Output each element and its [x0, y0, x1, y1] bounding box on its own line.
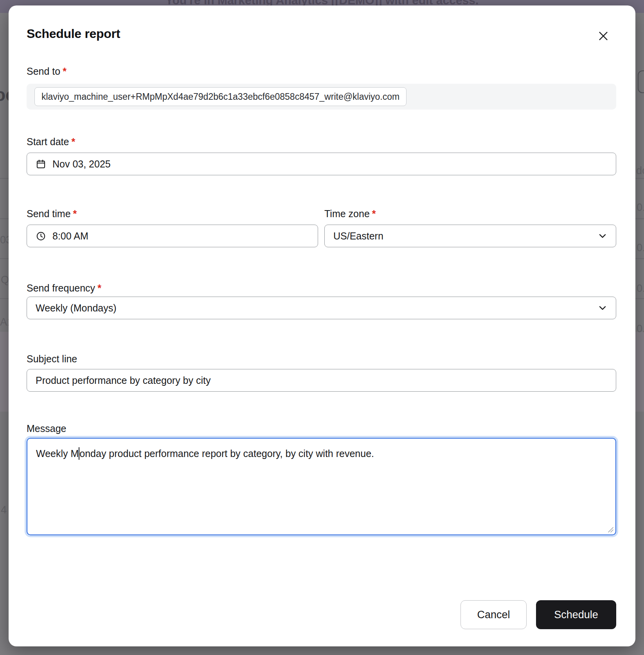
start-date-input[interactable]: Nov 03, 2025	[27, 153, 616, 175]
clock-icon	[36, 231, 46, 241]
bg-fragment: 0.0	[637, 242, 644, 254]
required-asterisk: *	[97, 283, 101, 293]
bg-fragment: 0.0	[637, 283, 644, 295]
time-zone-select[interactable]: US/Eastern	[324, 225, 616, 247]
send-frequency-value: Weekly (Mondays)	[36, 302, 117, 314]
schedule-report-modal: Schedule report Send to* klaviyo_machine…	[9, 5, 635, 646]
send-to-input[interactable]: klaviyo_machine_user+RMpMpXd4ae79d2b6c1a…	[27, 84, 616, 110]
message-text-before-caret: Weekly M	[36, 448, 79, 459]
start-date-value: Nov 03, 2025	[52, 158, 111, 170]
message-label: Message	[27, 423, 66, 435]
subject-line-input[interactable]	[27, 369, 616, 392]
send-time-input[interactable]: 8:00 AM	[27, 225, 318, 247]
resize-handle[interactable]	[607, 526, 614, 533]
send-frequency-select[interactable]: Weekly (Mondays)	[27, 297, 616, 319]
close-icon	[597, 30, 610, 42]
bg-fragment: 0.0	[637, 202, 644, 214]
send-time-value: 8:00 AM	[52, 230, 88, 242]
time-zone-label: Time zone*	[324, 208, 376, 220]
required-asterisk: *	[63, 66, 67, 77]
send-time-label: Send time*	[27, 208, 77, 220]
close-button[interactable]	[594, 27, 613, 45]
message-text-after-caret: onday product performance report by cate…	[79, 448, 374, 459]
start-date-label: Start date*	[27, 136, 75, 148]
schedule-button[interactable]: Schedule	[536, 600, 616, 629]
time-zone-value: US/Eastern	[333, 230, 383, 242]
subject-line-label: Subject line	[27, 353, 77, 365]
message-textarea[interactable]: Weekly Monday product performance report…	[27, 438, 616, 535]
chevron-down-icon	[597, 302, 608, 313]
required-asterisk: *	[372, 208, 376, 219]
send-frequency-label: Send frequency*	[27, 283, 101, 294]
bg-fragment: 0.0	[637, 323, 644, 335]
send-to-label: Send to*	[27, 66, 67, 77]
cancel-button[interactable]: Cancel	[461, 600, 527, 629]
modal-title: Schedule report	[27, 27, 120, 41]
bg-button-fragment	[638, 70, 644, 93]
bg-fragment: 4	[1, 504, 7, 516]
required-asterisk: *	[71, 136, 75, 147]
calendar-icon	[36, 159, 46, 169]
bg-fragment: Q	[1, 274, 9, 286]
required-asterisk: *	[73, 208, 77, 219]
bg-fragment: do	[636, 165, 644, 177]
chevron-down-icon	[597, 230, 608, 241]
send-to-email-chip: klaviyo_machine_user+RMpMpXd4ae79d2b6c1a…	[34, 87, 407, 106]
